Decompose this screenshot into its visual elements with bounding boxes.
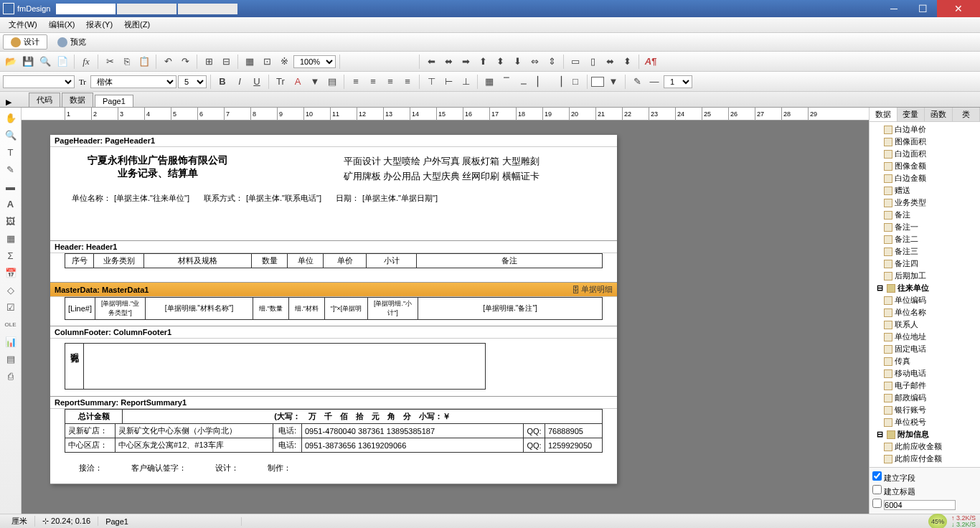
text-tool[interactable]: T (4, 145, 18, 159)
center-v-button[interactable]: ▯ (585, 54, 600, 70)
rpanel-tab-class[interactable]: 类 (953, 108, 981, 121)
newpage-button[interactable]: 📄 (55, 54, 70, 70)
contact-label[interactable]: 联系方式： (204, 193, 243, 204)
tree-item[interactable]: 银行账号 (871, 404, 979, 416)
same-h-button[interactable]: ⬍ (619, 54, 635, 70)
tree-item[interactable]: 白边单价 (871, 123, 979, 136)
band-tool[interactable]: ▬ (4, 179, 18, 194)
menu-report[interactable]: 报表(Y) (80, 18, 118, 32)
tree-item[interactable]: 此前应收金额 (871, 440, 979, 453)
label-tool[interactable]: A (4, 197, 18, 211)
font-family-select[interactable]: 楷体 (90, 75, 176, 88)
font-format-button[interactable]: A¶ (643, 54, 659, 70)
checkbox-tool[interactable]: ☑ (4, 300, 18, 314)
chk-create-field[interactable]: 建立字段 (872, 471, 977, 484)
text-right-button[interactable]: ≡ (382, 74, 398, 90)
picture-tool[interactable]: 🖼 (4, 214, 18, 228)
zoom-tool[interactable]: 🔍 (4, 128, 18, 142)
datasource-icon[interactable]: 🗄 单据明细 (572, 284, 613, 295)
open-button[interactable]: 📂 (3, 54, 19, 70)
tree-item[interactable]: 单位地址 (871, 331, 979, 343)
header-table[interactable]: 序号 业务类别 材料及规格 数量 单位 单价 小计 备注 (65, 253, 603, 268)
bg-color-button[interactable]: ▼ (307, 74, 323, 90)
border-none-button[interactable]: □ (567, 74, 583, 90)
band-header[interactable]: Header: Header1 序号 业务类别 材料及规格 数量 单位 单价 小… (50, 241, 617, 283)
tree-item[interactable]: 业务类型 (871, 197, 979, 209)
tree-item[interactable]: 邮政编码 (871, 392, 979, 404)
line-width-select[interactable]: 1 (664, 75, 692, 88)
tree-item[interactable]: 传真 (871, 355, 979, 367)
dist-v-button[interactable]: ⇕ (544, 54, 560, 70)
hand-tool[interactable]: ✋ (4, 110, 18, 125)
font-color-button[interactable]: Tr (273, 74, 288, 90)
tree-item[interactable]: 白边金额 (871, 172, 979, 184)
tree-item[interactable]: 备注四 (871, 258, 979, 270)
summary-table[interactable]: 总计金额 (大写： 万 千 佰 拾 元 角 分 小写：￥ (65, 409, 603, 424)
tree-item[interactable]: 移动电话 (871, 367, 979, 380)
date-field[interactable]: [单据主体."单据日期"] (362, 193, 438, 204)
underline-button[interactable]: U (249, 74, 265, 90)
border-left-button[interactable]: ▏ (533, 74, 549, 90)
grid-button[interactable]: ▦ (242, 54, 258, 70)
border-right-button[interactable]: ▕ (550, 74, 566, 90)
services-line1[interactable]: 平面设计 大型喷绘 户外写真 展板灯箱 大型雕刻 (287, 154, 595, 169)
tree-item[interactable]: 固定电话 (871, 343, 979, 355)
dist-h-button[interactable]: ⇔ (527, 54, 542, 70)
redo-button[interactable]: ↷ (177, 54, 193, 70)
ungroup-button[interactable]: ⊟ (218, 54, 234, 70)
close-button[interactable]: ✕ (937, 0, 980, 17)
valign-top-button[interactable]: ⊤ (423, 74, 439, 90)
border-all-button[interactable]: ▦ (481, 74, 497, 90)
services-line2[interactable]: 矿用牌板 办公用品 大型庆典 丝网印刷 横幅证卡 (287, 169, 595, 184)
unit-label[interactable]: 单位名称： (72, 193, 111, 204)
canvas[interactable]: 1234567891011121314151617181920212223242… (22, 108, 869, 514)
valign-mid-button[interactable]: ⊢ (440, 74, 456, 90)
supplement-label[interactable]: 补充说明 (65, 343, 84, 390)
master-table[interactable]: [Line#] [单据明细."业务类型"] [单据明细."材料名称"] 细."数… (65, 297, 603, 320)
tree-item[interactable]: 后期加工 (871, 270, 979, 282)
copy-button[interactable]: ⎘ (119, 54, 135, 70)
outline-button[interactable]: ▤ (324, 74, 340, 90)
band-columnfooter[interactable]: ColumnFooter: ColumnFooter1 补充说明 (50, 326, 617, 397)
tree-item[interactable]: 单位名称 (871, 306, 979, 319)
unit-field[interactable]: [单据主体."往来单位"] (114, 193, 189, 204)
tree-item[interactable]: 图像面积 (871, 136, 979, 148)
save-button[interactable]: 💾 (20, 54, 36, 70)
menu-file[interactable]: 文件(W) (3, 18, 43, 32)
tree-item[interactable]: 图像金额 (871, 160, 979, 172)
align-center-button[interactable]: ⬌ (440, 54, 456, 70)
snap-button[interactable]: ⊡ (259, 54, 275, 70)
contact-field[interactable]: [单据主体."联系电话"] (246, 193, 321, 204)
style-select[interactable] (3, 75, 75, 88)
tree-item[interactable]: 此前应付金额 (871, 453, 979, 465)
zoom-select[interactable]: 100% (293, 55, 336, 68)
text-left-button[interactable]: ≡ (348, 74, 364, 90)
rpanel-tab-func[interactable]: 函数 (925, 108, 953, 121)
cut-button[interactable]: ✂ (102, 54, 118, 70)
arrow-tool[interactable]: ▶ (6, 98, 11, 107)
paste-button[interactable]: 📋 (136, 54, 152, 70)
fx-button[interactable]: fx (78, 54, 94, 70)
val-row[interactable] (872, 498, 977, 511)
supplement-box[interactable] (84, 343, 486, 390)
align-bottom-button[interactable]: ⬇ (509, 54, 525, 70)
border-top-button[interactable]: ⎺ (499, 74, 514, 90)
tree-item[interactable]: 备注 (871, 209, 979, 221)
confirm-label[interactable]: 客户确认签字： (131, 463, 187, 473)
tree-item[interactable]: 备注一 (871, 221, 979, 233)
tree-item[interactable]: 单位税号 (871, 416, 979, 428)
contact-table[interactable]: 灵新矿店： 灵新矿文化中心东侧（小学向北） 电话: 0951-4780040 3… (65, 423, 603, 453)
center-h-button[interactable]: ▭ (567, 54, 583, 70)
tree-item[interactable]: 单位编码 (871, 294, 979, 306)
fit-button[interactable]: ※ (276, 54, 292, 70)
minimize-button[interactable]: ─ (880, 0, 908, 17)
align-middle-button[interactable]: ⬍ (492, 54, 508, 70)
barcode-tool[interactable]: ⎙ (4, 369, 18, 383)
date-tool[interactable]: 📅 (4, 265, 18, 280)
richtext-tool[interactable]: ▤ (4, 352, 18, 366)
maximize-button[interactable]: ☐ (908, 0, 937, 17)
tab-data[interactable]: 数据 (62, 93, 93, 107)
tree-item[interactable]: 白边面积 (871, 148, 979, 160)
page[interactable]: PageHeader: PageHeader1 宁夏永利伟业广告服饰有限公司 业… (50, 135, 617, 484)
chk-create-title[interactable]: 建立标题 (872, 484, 977, 498)
